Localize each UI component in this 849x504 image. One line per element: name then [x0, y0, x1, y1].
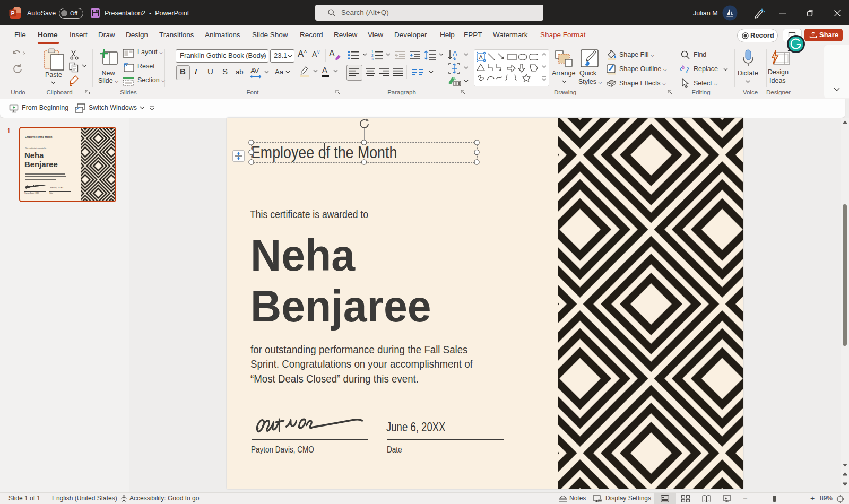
svg-text:1: 1: [371, 50, 374, 54]
svg-text:3: 3: [371, 57, 374, 60]
svg-text:b: b: [682, 65, 685, 70]
svg-text:A: A: [479, 54, 483, 60]
svg-text:2: 2: [371, 54, 374, 57]
svg-text:P: P: [11, 11, 15, 16]
svg-text:A: A: [453, 49, 457, 57]
